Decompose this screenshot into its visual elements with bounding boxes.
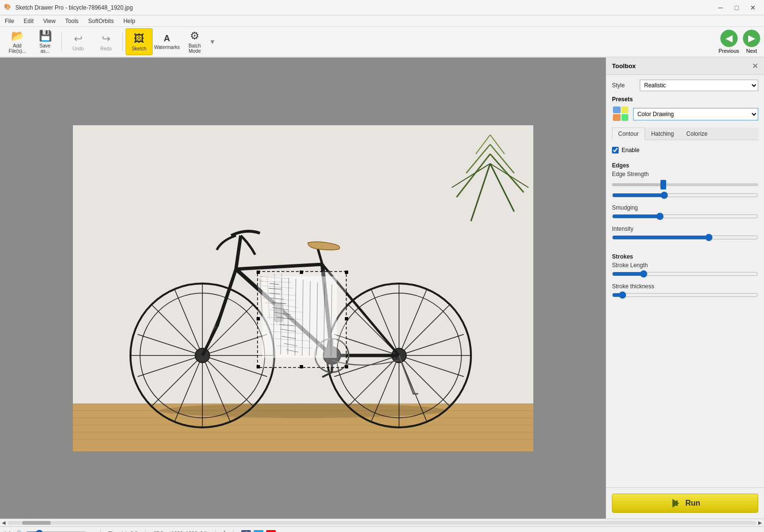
menu-tools[interactable]: Tools bbox=[60, 15, 83, 26]
scroll-left-arrow[interactable]: ◀ bbox=[2, 520, 6, 525]
menu-edit[interactable]: Edit bbox=[19, 15, 38, 26]
menu-softorbits[interactable]: SoftOrbits bbox=[83, 15, 118, 26]
next-label: Next bbox=[746, 48, 757, 54]
presets-section: Presets Color Drawing bbox=[612, 96, 758, 123]
run-button[interactable]: Run bbox=[612, 494, 758, 513]
canvas-area[interactable] bbox=[0, 58, 606, 519]
menu-help[interactable]: Help bbox=[118, 15, 140, 26]
next-nav-button[interactable]: ▶ Next bbox=[743, 30, 760, 54]
svg-rect-60 bbox=[257, 317, 260, 320]
run-icon bbox=[670, 497, 682, 509]
dimensions-label: (1920x1280x24) bbox=[169, 531, 208, 532]
status-zoom: 1:1 bbox=[4, 531, 11, 532]
window-controls: ─ □ ✕ bbox=[713, 2, 760, 13]
undo-button[interactable]: ↩ Undo bbox=[65, 28, 92, 55]
strokes-section: Strokes Stroke Length Stroke thickness bbox=[612, 251, 758, 304]
main-area: Toolbox ✕ Style Realistic Presets bbox=[0, 58, 764, 519]
intensity-row: Intensity bbox=[612, 225, 758, 243]
stroke-thickness-row: Stroke thickness bbox=[612, 283, 758, 300]
run-label: Run bbox=[685, 499, 700, 508]
stroke-thickness-slider[interactable] bbox=[612, 291, 758, 299]
prev-nav-button[interactable]: ◀ Previous bbox=[718, 30, 739, 54]
status-sep-2 bbox=[145, 530, 146, 532]
scroll-thumb[interactable] bbox=[22, 521, 51, 525]
edges-title: Edges bbox=[612, 162, 758, 169]
twitter-icon[interactable]: t bbox=[254, 530, 263, 532]
tab-colorize[interactable]: Colorize bbox=[680, 128, 714, 140]
title-bar: 🎨 Sketch Drawer Pro - bicycle-789648_192… bbox=[0, 0, 764, 15]
maximize-button[interactable]: □ bbox=[729, 2, 744, 13]
stroke-length-slider[interactable] bbox=[612, 270, 758, 278]
status-bar: 1:1 🔍 + Time (s): 0.0 JPG (1920x1280x24)… bbox=[0, 526, 764, 532]
toolbox-close-button[interactable]: ✕ bbox=[752, 61, 758, 71]
undo-label: Undo bbox=[72, 46, 84, 51]
zoom-plus-icon: + bbox=[89, 531, 92, 532]
tab-hatching[interactable]: Hatching bbox=[645, 128, 680, 140]
scroll-right-arrow[interactable]: ▶ bbox=[758, 520, 762, 525]
stroke-length-row: Stroke Length bbox=[612, 262, 758, 279]
youtube-icon[interactable]: ▶ bbox=[266, 530, 276, 532]
social-icons: f t ▶ bbox=[241, 530, 276, 532]
image-container bbox=[0, 58, 606, 519]
style-label: Style bbox=[612, 82, 636, 89]
toolbar-nav: ◀ Previous ▶ Next bbox=[718, 30, 760, 54]
svg-rect-107 bbox=[674, 500, 675, 506]
prev-circle: ◀ bbox=[720, 30, 738, 47]
status-sep-4 bbox=[233, 530, 234, 532]
presets-select[interactable]: Color Drawing bbox=[633, 108, 758, 120]
menu-bar: File Edit View Tools SoftOrbits Help bbox=[0, 15, 764, 27]
svg-rect-102 bbox=[613, 106, 621, 113]
style-row: Style Realistic bbox=[612, 80, 758, 91]
window-title: Sketch Drawer Pro - bicycle-789648_1920.… bbox=[15, 4, 713, 11]
tab-contour[interactable]: Contour bbox=[612, 128, 645, 140]
svg-rect-56 bbox=[345, 271, 348, 274]
watermarks-button[interactable]: A Watermarks bbox=[153, 28, 180, 55]
style-select[interactable]: Realistic bbox=[640, 80, 758, 91]
sketch-button[interactable]: 🖼 Sketch bbox=[126, 28, 153, 55]
run-section: Run bbox=[606, 487, 764, 519]
dimensions-section: (1920x1280x24) bbox=[169, 531, 208, 532]
toolbar-expand-icon[interactable]: ▼ bbox=[209, 38, 216, 46]
redo-button[interactable]: ↪ Redo bbox=[93, 28, 119, 55]
svg-rect-104 bbox=[622, 106, 628, 113]
h-scrollbar: ◀ ▶ bbox=[0, 519, 764, 526]
edge-strength-slider[interactable] bbox=[612, 191, 758, 199]
bicycle-scene bbox=[73, 125, 533, 451]
menu-view[interactable]: View bbox=[38, 15, 60, 26]
sketch-icon: 🖼 bbox=[134, 33, 144, 45]
time-label: Time (s): 0.0 bbox=[108, 531, 138, 532]
batch-label: BatchMode bbox=[188, 43, 201, 54]
edge-strength-thumb[interactable] bbox=[660, 180, 666, 189]
menu-file[interactable]: File bbox=[0, 15, 19, 26]
zoom-slider[interactable] bbox=[25, 530, 87, 532]
minimize-button[interactable]: ─ bbox=[713, 2, 728, 13]
toolbar-sep-2 bbox=[122, 32, 123, 51]
svg-rect-59 bbox=[300, 271, 303, 274]
format-label: JPG bbox=[153, 531, 164, 532]
toolbox-body: Style Realistic Presets Color Drawin bbox=[606, 75, 764, 309]
format-section: JPG bbox=[153, 531, 164, 532]
zoom-icon: 🔍 bbox=[17, 530, 24, 532]
smudging-row: Smudging bbox=[612, 204, 758, 222]
save-label: Saveas... bbox=[40, 43, 51, 54]
status-sep-1 bbox=[100, 530, 101, 532]
strokes-title: Strokes bbox=[612, 253, 758, 260]
svg-rect-108 bbox=[676, 500, 678, 506]
presets-icon bbox=[612, 106, 629, 123]
enable-checkbox[interactable] bbox=[612, 147, 619, 154]
scroll-track[interactable] bbox=[8, 521, 756, 525]
edge-strength-label: Edge Strength bbox=[612, 171, 758, 177]
toolbar: 📂 AddFile(s)... 💾 Saveas... ↩ Undo ↪ Red… bbox=[0, 27, 764, 58]
close-button[interactable]: ✕ bbox=[746, 2, 760, 13]
watermarks-label: Watermarks bbox=[154, 45, 180, 50]
redo-label: Redo bbox=[100, 46, 112, 51]
app-icon: 🎨 bbox=[4, 3, 12, 12]
intensity-slider[interactable] bbox=[612, 234, 758, 241]
save-as-button[interactable]: 💾 Saveas... bbox=[32, 28, 59, 55]
add-files-button[interactable]: 📂 AddFile(s)... bbox=[4, 28, 31, 55]
batch-mode-button[interactable]: ⚙ BatchMode bbox=[181, 28, 208, 55]
facebook-icon[interactable]: f bbox=[241, 530, 251, 532]
enable-label: Enable bbox=[622, 147, 639, 154]
smudging-slider[interactable] bbox=[612, 213, 758, 220]
watermarks-icon: A bbox=[164, 34, 170, 44]
